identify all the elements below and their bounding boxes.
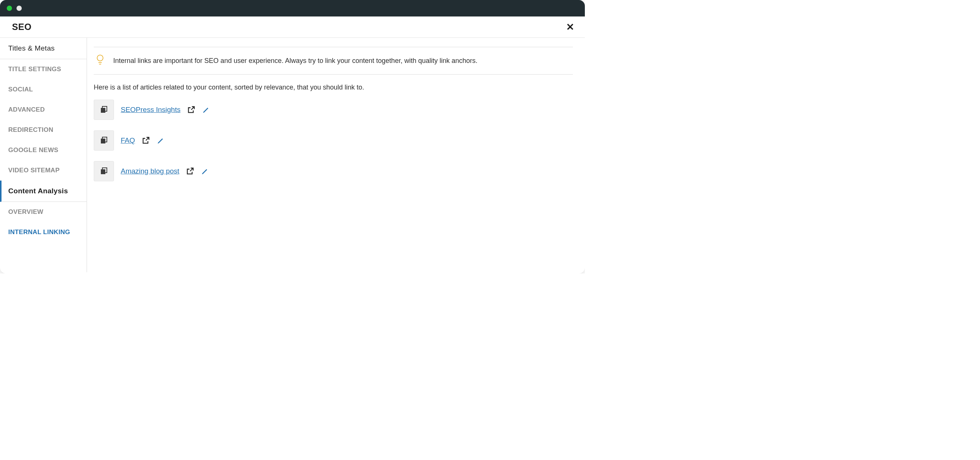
- list-item: FAQ: [94, 130, 573, 151]
- related-link[interactable]: SEOPress Insights: [121, 106, 180, 114]
- close-icon[interactable]: ✕: [566, 22, 574, 32]
- copy-icon[interactable]: [94, 130, 114, 151]
- window-control-dot[interactable]: [16, 6, 22, 11]
- sidebar-item-google-news[interactable]: GOOGLE NEWS: [0, 140, 87, 160]
- pencil-icon[interactable]: [202, 106, 210, 114]
- mac-titlebar: [0, 0, 585, 16]
- svg-rect-7: [101, 169, 105, 174]
- sidebar-item-video-sitemap[interactable]: VIDEO SITEMAP: [0, 160, 87, 181]
- sidebar-item-overview[interactable]: OVERVIEW: [0, 202, 87, 222]
- window-control-dot[interactable]: [7, 6, 12, 11]
- lightbulb-icon: [96, 55, 104, 67]
- sidebar-item-content-analysis[interactable]: Content Analysis: [0, 181, 87, 202]
- svg-rect-3: [101, 108, 105, 113]
- intro-text: Here is a list of articles related to yo…: [94, 84, 573, 91]
- pencil-icon[interactable]: [201, 167, 209, 175]
- tip-text: Internal links are important for SEO and…: [113, 57, 477, 65]
- copy-icon[interactable]: [94, 100, 114, 120]
- sidebar-item-titles-metas[interactable]: Titles & Metas: [0, 38, 87, 59]
- tip-callout: Internal links are important for SEO and…: [94, 47, 573, 75]
- sidebar-item-social[interactable]: SOCIAL: [0, 79, 87, 100]
- page-title: SEO: [12, 22, 32, 32]
- sidebar: Titles & Metas TITLE SETTINGS SOCIAL ADV…: [0, 38, 87, 272]
- sidebar-item-internal-linking[interactable]: INTERNAL LINKING: [0, 222, 87, 243]
- related-link[interactable]: Amazing blog post: [121, 167, 179, 175]
- svg-point-0: [97, 55, 103, 61]
- external-link-icon[interactable]: [186, 167, 194, 175]
- sidebar-item-redirection[interactable]: REDIRECTION: [0, 120, 87, 140]
- pencil-icon[interactable]: [157, 136, 165, 144]
- modal-header: SEO ✕: [0, 16, 585, 38]
- external-link-icon[interactable]: [187, 106, 195, 114]
- sidebar-item-title-settings[interactable]: TITLE SETTINGS: [0, 59, 87, 79]
- external-link-icon[interactable]: [142, 136, 150, 144]
- sidebar-item-advanced[interactable]: ADVANCED: [0, 100, 87, 120]
- list-item: Amazing blog post: [94, 161, 573, 181]
- svg-rect-5: [101, 139, 105, 143]
- related-link[interactable]: FAQ: [121, 136, 135, 144]
- copy-icon[interactable]: [94, 161, 114, 181]
- modal-window: SEO ✕ Titles & Metas TITLE SETTINGS SOCI…: [0, 0, 585, 273]
- list-item: SEOPress Insights: [94, 100, 573, 120]
- content-panel: Internal links are important for SEO and…: [87, 38, 585, 272]
